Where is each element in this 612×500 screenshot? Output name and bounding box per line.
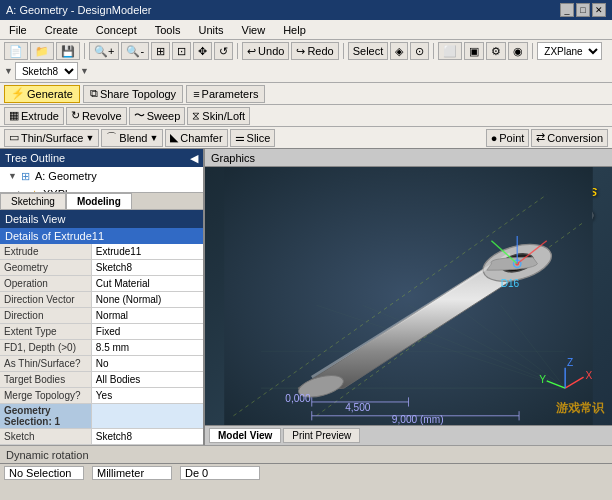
tree-expand-icon[interactable]: ▼	[8, 171, 17, 181]
title-text: A: Geometry - DesignModeler	[6, 4, 152, 16]
tree-area: ▼ ⊞ A: Geometry ▶ ✦ XYPlane ▼ ✦ ZXPlane	[0, 167, 203, 193]
revolve-button[interactable]: ↻ Revolve	[66, 107, 127, 125]
detail-label-dirvector: Direction Vector	[0, 292, 91, 308]
tab-sketching[interactable]: Sketching	[0, 193, 66, 209]
graphics-bottom-tabs: Model View Print Preview	[205, 425, 612, 445]
zoom-box-button[interactable]: ⊡	[172, 42, 191, 60]
blend-button[interactable]: ⌒ Blend ▼	[101, 129, 163, 147]
print-preview-tab[interactable]: Print Preview	[283, 428, 360, 443]
rotate-button[interactable]: ↺	[214, 42, 233, 60]
sweep-button[interactable]: 〜 Sweep	[129, 107, 186, 125]
3d-model-view[interactable]: 4,500 9,000 (mm) 0,000 D16 X Y Z	[205, 167, 612, 425]
zoom-in-button[interactable]: 🔍+	[89, 42, 119, 60]
chamfer-icon: ◣	[170, 131, 178, 144]
graphics-content[interactable]: ANSYS R19.0	[205, 167, 612, 425]
select-mode-1[interactable]: ◈	[390, 42, 408, 60]
menu-units[interactable]: Units	[193, 22, 228, 38]
slice-icon: ⚌	[235, 131, 245, 144]
open-button[interactable]: 📁	[30, 42, 54, 60]
sketch-select[interactable]: Sketch8	[15, 62, 78, 80]
toolbar-1: 📄 📁 💾 🔍+ 🔍- ⊞ ⊡ ✥ ↺ ↩ Undo ↪ Redo Select…	[0, 40, 612, 83]
tab-modeling[interactable]: Modeling	[66, 193, 132, 209]
details-section: Details View Details of Extrude11 Extrud…	[0, 210, 203, 446]
undo-icon: ↩	[247, 45, 256, 58]
tree-collapse-icon[interactable]: ◀	[190, 152, 198, 165]
menu-file[interactable]: File	[4, 22, 32, 38]
parameters-button[interactable]: ≡ Parameters	[186, 85, 265, 103]
detail-value-dirvector[interactable]: None (Normal)	[91, 292, 203, 308]
select-mode-2[interactable]: ⊙	[410, 42, 429, 60]
toolbar-3: ▦ Extrude ↻ Revolve 〜 Sweep ⧖ Skin/Loft	[0, 105, 612, 127]
icon-btn-3[interactable]: ⚙	[486, 42, 506, 60]
detail-value-geometry[interactable]: Sketch8	[91, 260, 203, 276]
save-button[interactable]: 💾	[56, 42, 80, 60]
detail-value-merge[interactable]: Yes	[91, 388, 203, 404]
redo-button[interactable]: ↪ Redo	[291, 42, 338, 60]
detail-value-extenttype[interactable]: Fixed	[91, 324, 203, 340]
skinloft-icon: ⧖	[192, 109, 200, 122]
degree-status: De 0	[180, 466, 260, 480]
chamfer-button[interactable]: ◣ Chamfer	[165, 129, 227, 147]
detail-value-operation[interactable]: Cut Material	[91, 276, 203, 292]
detail-value-target[interactable]: All Bodies	[91, 372, 203, 388]
menu-view[interactable]: View	[237, 22, 271, 38]
detail-value-thin[interactable]: No	[91, 356, 203, 372]
new-button[interactable]: 📄	[4, 42, 28, 60]
point-button[interactable]: ● Point	[486, 129, 530, 147]
plane-select[interactable]: ZXPlane	[537, 42, 602, 60]
zoom-fit-button[interactable]: ⊞	[151, 42, 170, 60]
generate-button[interactable]: ⚡ Generate	[4, 85, 80, 103]
toolbar-4: ▭ Thin/Surface ▼ ⌒ Blend ▼ ◣ Chamfer ⚌ S…	[0, 127, 612, 149]
pan-button[interactable]: ✥	[193, 42, 212, 60]
window-controls[interactable]: _ □ ✕	[560, 3, 606, 17]
details-subheader: Details of Extrude11	[0, 228, 203, 244]
menu-tools[interactable]: Tools	[150, 22, 186, 38]
undo-button[interactable]: ↩ Undo	[242, 42, 289, 60]
icon-btn-4[interactable]: ◉	[508, 42, 528, 60]
skinloft-button[interactable]: ⧖ Skin/Loft	[187, 107, 250, 125]
select-button[interactable]: Select	[348, 42, 389, 60]
svg-text:D16: D16	[501, 278, 520, 289]
close-button[interactable]: ✕	[592, 3, 606, 17]
detail-row-target: Target Bodies All Bodies	[0, 372, 203, 388]
slice-button[interactable]: ⚌ Slice	[230, 129, 276, 147]
graphics-area: Graphics ANSYS R19.0	[205, 149, 612, 445]
tree-item-geometry[interactable]: ▼ ⊞ A: Geometry	[0, 167, 203, 185]
extrude-button[interactable]: ▦ Extrude	[4, 107, 64, 125]
share-topology-button[interactable]: ⧉ Share Topology	[83, 85, 183, 103]
detail-value-sketch[interactable]: Sketch8	[91, 429, 203, 445]
detail-row-sketch: Sketch Sketch8	[0, 429, 203, 445]
model-view-tab[interactable]: Model View	[209, 428, 281, 443]
zoom-out-button[interactable]: 🔍-	[121, 42, 149, 60]
detail-row-extrude: Extrude Extrude11	[0, 244, 203, 260]
menu-create[interactable]: Create	[40, 22, 83, 38]
detail-row-dirvector: Direction Vector None (Normal)	[0, 292, 203, 308]
detail-row-geosel: Geometry Selection: 1	[0, 404, 203, 429]
detail-row-operation: Operation Cut Material	[0, 276, 203, 292]
icon-btn-1[interactable]: ⬜	[438, 42, 462, 60]
maximize-button[interactable]: □	[576, 3, 590, 17]
icon-btn-2[interactable]: ▣	[464, 42, 484, 60]
detail-value-extrude[interactable]: Extrude11	[91, 244, 203, 260]
detail-value-depth[interactable]: 8.5 mm	[91, 340, 203, 356]
svg-text:X: X	[585, 370, 592, 381]
minimize-button[interactable]: _	[560, 3, 574, 17]
graphics-header: Graphics	[205, 149, 612, 167]
sweep-icon: 〜	[134, 108, 145, 123]
svg-text:0,000: 0,000	[285, 393, 311, 404]
detail-row-merge: Merge Topology? Yes	[0, 388, 203, 404]
detail-value-geosel[interactable]	[91, 404, 203, 429]
detail-row-direction: Direction Normal	[0, 308, 203, 324]
tree-item-xyplane[interactable]: ▶ ✦ XYPlane	[0, 185, 203, 193]
extrude-icon: ▦	[9, 109, 19, 122]
detail-value-direction[interactable]: Normal	[91, 308, 203, 324]
svg-text:9,000 (mm): 9,000 (mm)	[392, 414, 444, 425]
detail-label-operation: Operation	[0, 276, 91, 292]
menu-help[interactable]: Help	[278, 22, 311, 38]
conversion-button[interactable]: ⇄ Conversion	[531, 129, 608, 147]
menu-concept[interactable]: Concept	[91, 22, 142, 38]
thin-surface-button[interactable]: ▭ Thin/Surface ▼	[4, 129, 99, 147]
sep3	[343, 43, 344, 59]
menu-bar: File Create Concept Tools Units View Hel…	[0, 20, 612, 40]
detail-label-merge: Merge Topology?	[0, 388, 91, 404]
